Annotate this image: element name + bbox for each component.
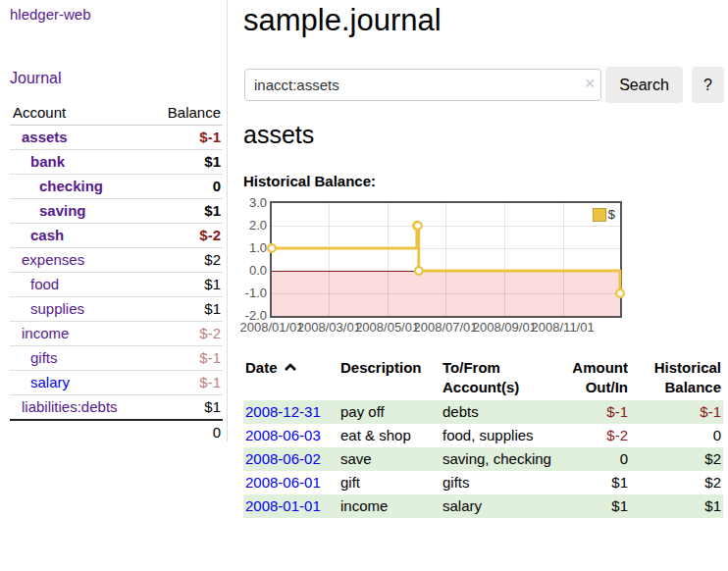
sidebar: hledger-web Journal Account Balance asse…: [0, 0, 228, 441]
account-row: expenses$2: [10, 248, 223, 273]
register-accounts: debts: [441, 400, 553, 424]
account-link-liabilities-debts[interactable]: liabilities:debts: [10, 395, 118, 419]
register-header-row: Date Description To/From Account(s) Amou…: [243, 355, 723, 400]
accounts-header-balance: Balance: [150, 101, 223, 126]
register-header-amount: Amount Out/In: [553, 355, 630, 400]
register-header-date-label: Date: [245, 359, 278, 376]
account-balance: 0: [150, 175, 223, 199]
account-link-bank[interactable]: bank: [10, 150, 65, 174]
data-point-marker: [415, 267, 423, 275]
register-accounts: gifts: [441, 471, 553, 494]
x-axis-tick: 2008/09/01: [473, 320, 537, 335]
data-point-marker: [414, 222, 422, 230]
sidebar-item-journal[interactable]: Journal: [10, 70, 61, 87]
register-date-link[interactable]: 2008-12-31: [245, 403, 321, 420]
account-balance: $-2: [150, 224, 223, 248]
register-description: gift: [338, 471, 441, 494]
account-row: bank$1: [10, 150, 223, 175]
register-header-date-sort[interactable]: Date: [243, 355, 338, 400]
chart-plot-area[interactable]: $: [270, 201, 622, 318]
account-balance: $1: [150, 150, 223, 175]
register-date-link[interactable]: 2008-06-03: [245, 427, 321, 443]
register-row: 2008-06-03eat & shopfood, supplies$-20: [243, 424, 723, 447]
account-balance: $-1: [150, 126, 223, 150]
account-row: salary$-1: [10, 371, 223, 395]
register-accounts: salary: [441, 494, 553, 518]
account-balance: $-2: [150, 322, 223, 346]
y-axis-tick: 3.0: [239, 196, 267, 210]
accounts-header-account: Account: [10, 101, 150, 126]
accounts-total-balance: 0: [150, 420, 223, 444]
accounts-table: Account Balance assets$-1bank$1checking0…: [10, 101, 223, 444]
register-row: 2008-06-02savesaving, checking0$2: [243, 447, 723, 471]
clear-search-icon[interactable]: ✕: [581, 76, 598, 91]
account-balance: $-1: [150, 371, 223, 395]
legend-label: $: [608, 207, 615, 222]
historical-balance-chart: $ 3.02.01.00.0-1.0-2.02008/01/012008/03/…: [243, 201, 728, 343]
account-row: gifts$-1: [10, 346, 223, 371]
y-axis-tick: 0.0: [239, 264, 267, 278]
search-button[interactable]: Search: [605, 67, 683, 103]
register-balance: 0: [630, 424, 723, 447]
x-axis-tick: 2008/05/01: [355, 320, 419, 335]
x-axis-tick: 2008/07/01: [413, 320, 477, 335]
balance-line-series: [272, 203, 620, 316]
account-link-salary[interactable]: salary: [10, 371, 70, 394]
register-header-description: Description: [338, 355, 441, 400]
x-axis-tick: 2008/11/01: [532, 320, 595, 335]
account-row: food$1: [10, 273, 223, 297]
register-date-link[interactable]: 2008-01-01: [245, 497, 321, 514]
app-title-link[interactable]: hledger-web: [10, 6, 91, 23]
account-row: assets$-1: [10, 126, 223, 150]
y-axis-tick: -1.0: [239, 286, 267, 300]
register-amount: $-1: [553, 400, 630, 424]
accounts-total-row: 0: [10, 420, 223, 444]
register-accounts: saving, checking: [441, 447, 553, 471]
account-row: supplies$1: [10, 297, 223, 322]
chart-legend: $: [591, 206, 617, 223]
register-description: pay off: [338, 400, 441, 424]
x-axis-tick: 2008/03/01: [297, 320, 361, 335]
account-link-food[interactable]: food: [10, 273, 59, 296]
account-link-income[interactable]: income: [10, 322, 69, 345]
y-axis-tick: 1.0: [239, 241, 267, 255]
account-row: liabilities:debts$1: [10, 395, 223, 421]
account-link-gifts[interactable]: gifts: [10, 346, 58, 370]
register-date-link[interactable]: 2008-06-01: [245, 474, 321, 491]
account-link-checking[interactable]: checking: [10, 175, 103, 198]
account-link-supplies[interactable]: supplies: [10, 297, 84, 321]
register-header-accounts: To/From Account(s): [441, 355, 553, 400]
register-row: 2008-01-01incomesalary$1$1: [243, 494, 723, 518]
register-description: income: [338, 494, 441, 518]
search-input[interactable]: [244, 69, 601, 101]
register-date-link[interactable]: 2008-06-02: [245, 450, 321, 467]
account-balance: $1: [150, 395, 223, 421]
register-amount: 0: [553, 447, 630, 471]
account-link-assets[interactable]: assets: [10, 126, 68, 149]
data-point-marker: [616, 289, 624, 297]
account-link-expenses[interactable]: expenses: [10, 248, 84, 272]
chart-title: Historical Balance:: [243, 173, 376, 189]
register-accounts: food, supplies: [441, 424, 553, 447]
account-balance: $1: [150, 199, 223, 224]
accounts-header-row: Account Balance: [10, 101, 223, 126]
account-link-cash[interactable]: cash: [10, 224, 64, 247]
register-amount: $1: [553, 494, 630, 518]
register-row: 2008-06-01giftgifts$1$2: [243, 471, 723, 494]
account-balance: $2: [150, 248, 223, 273]
register-balance: $1: [630, 494, 723, 518]
register-amount: $-2: [553, 424, 630, 447]
register-balance: $-1: [630, 400, 723, 424]
account-link-saving[interactable]: saving: [10, 199, 86, 223]
register-row: 2008-12-31pay offdebts$-1$-1: [243, 400, 723, 424]
help-button[interactable]: ?: [692, 67, 724, 103]
account-row: saving$1: [10, 199, 223, 224]
page-title: sample.journal: [243, 2, 442, 39]
account-balance: $1: [150, 273, 223, 297]
main-content: sample.journal ✕ Search ? assets Histori…: [243, 0, 728, 571]
register-description: eat & shop: [338, 424, 441, 447]
data-point-marker: [268, 244, 276, 252]
x-axis-tick: 2008/01/01: [239, 320, 303, 335]
legend-swatch-icon: [593, 208, 606, 222]
register-amount: $1: [553, 471, 630, 494]
